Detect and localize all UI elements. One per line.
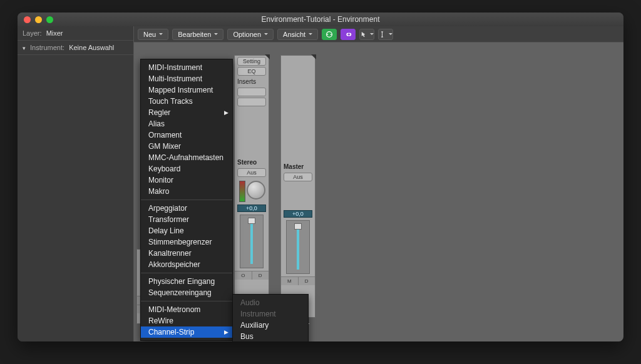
menu-item-stimmenbegrenzer[interactable]: Stimmenbegrenzer [141,236,232,248]
chevron-down-icon [159,31,163,38]
chevron-down-icon [389,31,392,38]
layer-label: Layer: [23,29,42,37]
volume-fader[interactable] [240,215,264,268]
menu-item-monitor[interactable]: Monitor [141,174,232,186]
menu-item-akkordspeicher[interactable]: Akkordspeicher [141,259,232,270]
toolbar: Neu Bearbeiten Optionen Ansicht [134,26,623,43]
link-icon [344,30,352,39]
strip-type-label: Stereo [235,158,269,167]
cable-port-icon[interactable] [311,54,316,59]
menu-item-mmc-aufnahmetasten[interactable]: MMC-Aufnahmetasten [141,152,232,163]
menu-item-regler[interactable]: Regler▶ [141,107,232,118]
instrument-label: Instrument: [30,44,64,51]
cable-port-icon[interactable] [265,54,270,59]
midi-icon [325,30,334,39]
optionen-menu-button[interactable]: Optionen [227,29,274,40]
menu-separator [141,273,232,273]
menu-separator [141,200,232,200]
chevron-down-icon [370,31,374,38]
midi-thru-button[interactable] [322,29,337,40]
m-button[interactable]: M [281,277,298,285]
window-title: Environment-Tutorial - Environment [18,15,623,24]
layer-value: Mixer [46,29,63,37]
layer-row[interactable]: Layer: Mixer [18,26,133,41]
insert-slot[interactable] [237,88,266,96]
strip-type-label: Master [281,162,315,171]
text-tool-button[interactable] [378,29,393,40]
menu-item-gm-mixer[interactable]: GM Mixer [141,141,232,152]
link-button[interactable] [341,29,356,40]
strip-footer: M D [281,276,315,285]
environment-window: Environment-Tutorial - Environment Layer… [18,13,623,341]
output-button[interactable]: Aus [284,173,312,181]
d-button[interactable]: D [252,271,269,280]
menu-item-midi-metronom[interactable]: MIDI-Metronom [141,304,232,315]
neu-menu-button[interactable]: Neu [138,29,168,40]
pointer-icon [360,30,367,39]
submenu-item-instrument: Instrument [233,308,308,320]
menu-item-midi-instrument[interactable]: MIDI-Instrument [141,62,232,73]
menu-item-sequenzereingang[interactable]: Sequenzereingang [141,287,232,298]
gain-value[interactable]: +0,0 [237,205,266,212]
chevron-down-icon [264,31,268,38]
chevron-down-icon [214,31,218,38]
menu-item-channel-strip[interactable]: Channel-Strip▶ [141,326,232,338]
setting-button[interactable]: Setting [237,57,266,66]
ansicht-label: Ansicht [283,31,305,38]
svg-point-1 [327,34,329,35]
d-button[interactable]: D [298,277,315,285]
channel-strip-master[interactable]: Master Aus +0,0 M D Master [280,55,315,318]
environment-canvas[interactable]: Setting EQ Inserts Stereo Aus +0,0 O D [134,43,623,341]
main-area: Neu Bearbeiten Optionen Ansicht [134,26,623,341]
menu-separator [141,301,232,301]
inspector-sidebar: Layer: Mixer Instrument: Keine Auswahl [18,26,134,341]
menu-item-rewire[interactable]: ReWire [141,315,232,326]
menu-item-transformer[interactable]: Transformer [141,214,232,225]
menu-item-alias[interactable]: Alias [141,118,232,129]
submenu-item-bus[interactable]: Bus [233,331,308,341]
neu-label: Neu [143,31,156,38]
insert-slot[interactable] [237,98,266,106]
level-meter-icon [239,181,245,202]
submenu-item-auxiliary[interactable]: Auxiliary [233,320,308,331]
instrument-row[interactable]: Instrument: Keine Auswahl [18,41,133,55]
pan-knob[interactable] [247,181,265,200]
menu-item-multi-instrument[interactable]: Multi-Instrument [141,73,232,84]
chevron-down-icon [309,31,312,38]
channel-strip-submenu: AudioInstrumentAuxiliaryBusEingangAusgan… [232,294,309,341]
menu-item-kanaltrenner[interactable]: Kanaltrenner [141,248,232,259]
strip-footer: O D [235,271,269,280]
menu-item-ornament[interactable]: Ornament [141,129,232,141]
volume-fader[interactable] [286,220,310,274]
instrument-value: Keine Auswahl [69,44,114,51]
pointer-tool-button[interactable] [359,29,374,40]
svg-point-2 [331,34,332,35]
bearbeiten-menu-button[interactable]: Bearbeiten [172,29,223,40]
menu-item-arpeggiator[interactable]: Arpeggiator [141,203,232,214]
menu-item-touch-tracks[interactable]: Touch Tracks [141,96,232,107]
menu-item-mapped-instrument[interactable]: Mapped Instrument [141,84,232,96]
submenu-arrow-icon: ▶ [224,109,228,116]
menu-item-keyboard[interactable]: Keyboard [141,163,232,174]
gain-value[interactable]: +0,0 [284,210,312,218]
channel-strip-stereo[interactable]: Setting EQ Inserts Stereo Aus +0,0 O D [234,55,269,318]
text-cursor-icon [379,30,386,39]
ansicht-menu-button[interactable]: Ansicht [277,29,318,40]
menu-item-physischer-eingang[interactable]: Physischer Eingang [141,276,232,287]
neu-dropdown-menu: MIDI-InstrumentMulti-InstrumentMapped In… [140,59,233,341]
submenu-item-audio: Audio [233,297,308,308]
eq-button[interactable]: EQ [237,67,266,76]
output-button[interactable]: Aus [237,168,266,177]
menu-item-delay-line[interactable]: Delay Line [141,225,232,236]
optionen-label: Optionen [233,31,261,38]
disclosure-triangle-icon[interactable] [23,44,28,51]
inserts-label: Inserts [235,77,269,86]
o-button[interactable]: O [235,271,252,280]
bearbeiten-label: Bearbeiten [178,31,211,38]
menu-item-makro[interactable]: Makro [141,186,232,197]
window-body: Layer: Mixer Instrument: Keine Auswahl N… [18,26,623,341]
submenu-arrow-icon: ▶ [224,329,228,335]
titlebar: Environment-Tutorial - Environment [18,13,623,26]
